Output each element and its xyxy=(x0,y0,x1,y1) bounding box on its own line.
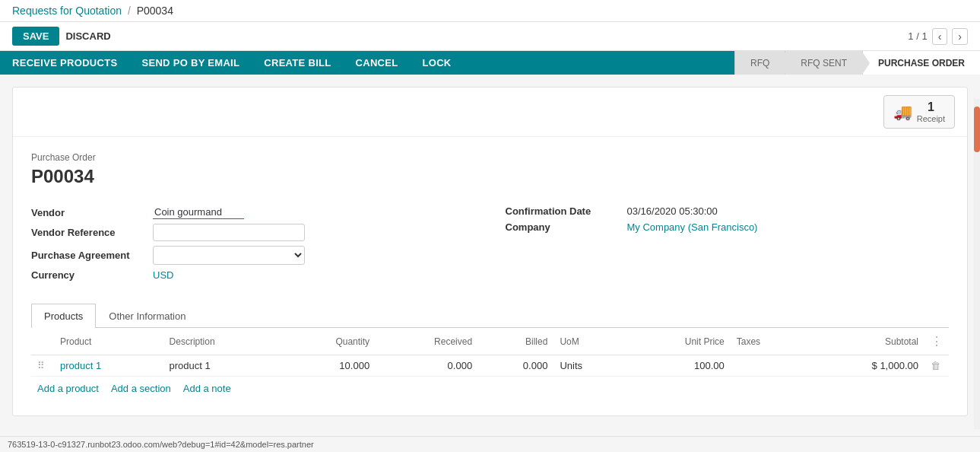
currency-label: Currency xyxy=(31,269,153,281)
breadcrumb: Requests for Quotation / P00034 xyxy=(12,5,173,17)
col-header-unit-price: Unit Price xyxy=(625,328,731,355)
add-note-link[interactable]: Add a note xyxy=(183,383,231,394)
company-label: Company xyxy=(506,221,627,233)
send-po-email-button[interactable]: SEND PO BY EMAIL xyxy=(129,51,252,75)
receipt-button[interactable]: 🚚 1 Receipt xyxy=(883,95,955,129)
vendor-reference-label: Vendor Reference xyxy=(31,227,153,238)
action-bar: SAVE DISCARD 1 / 1 ‹ › xyxy=(0,22,980,51)
purchase-agreement-label: Purchase Agreement xyxy=(31,250,153,261)
received-cell: 0.000 xyxy=(376,355,478,377)
scroll-indicator xyxy=(974,99,980,428)
col-header-quantity: Quantity xyxy=(281,328,376,355)
next-button[interactable]: › xyxy=(952,28,968,45)
status-rfq-sent[interactable]: RFQ SENT xyxy=(785,51,862,75)
confirmation-date-label: Confirmation Date xyxy=(506,205,627,217)
left-col: Vendor Coin gourmand Vendor Reference Pu… xyxy=(31,205,475,285)
col-header-product: Product xyxy=(54,328,163,355)
currency-field-row: Currency USD xyxy=(31,269,475,281)
vendor-reference-field-row: Vendor Reference xyxy=(31,224,475,241)
nav-count: 1 / 1 xyxy=(908,30,927,42)
truck-icon: 🚚 xyxy=(893,103,912,121)
company-field-row: Company My Company (San Francisco) xyxy=(506,221,950,233)
col-header-received: Received xyxy=(376,328,478,355)
breadcrumb-parent[interactable]: Requests for Quotation xyxy=(12,5,122,17)
quantity-cell: 10.000 xyxy=(281,355,376,377)
product-cell[interactable]: product 1 xyxy=(54,355,163,377)
form-card: 🚚 1 Receipt Purchase Order P00034 Vendor… xyxy=(12,87,968,416)
status-purchase-order[interactable]: PURCHASE ORDER xyxy=(862,51,980,75)
add-section-link[interactable]: Add a section xyxy=(111,383,171,394)
right-col: Confirmation Date 03/16/2020 05:30:00 Co… xyxy=(506,205,950,285)
purchase-agreement-field-row: Purchase Agreement xyxy=(31,246,475,265)
col-header-drag xyxy=(31,328,54,355)
vendor-reference-input[interactable] xyxy=(153,224,305,241)
breadcrumb-bar: Requests for Quotation / P00034 xyxy=(0,0,980,22)
product-link[interactable]: product 1 xyxy=(60,360,101,371)
po-label: Purchase Order xyxy=(31,152,949,163)
billed-cell: 0.000 xyxy=(478,355,553,377)
discard-button[interactable]: DISCARD xyxy=(65,30,110,42)
prev-button[interactable]: ‹ xyxy=(932,28,948,45)
col-header-subtotal: Subtotal xyxy=(804,328,924,355)
breadcrumb-separator: / xyxy=(128,5,131,17)
tab-other-information[interactable]: Other Information xyxy=(96,304,198,328)
taxes-cell xyxy=(731,355,804,377)
subtotal-cell: $ 1,000.00 xyxy=(804,355,924,377)
col-header-taxes: Taxes xyxy=(731,328,804,355)
scroll-thumb xyxy=(974,107,980,152)
col-header-billed: Billed xyxy=(478,328,553,355)
create-bill-button[interactable]: CREATE BILL xyxy=(252,51,343,75)
purchase-agreement-select[interactable] xyxy=(153,246,305,265)
confirmation-date-value: 03/16/2020 05:30:00 xyxy=(627,205,718,217)
uom-cell: Units xyxy=(553,355,624,377)
breadcrumb-current: P00034 xyxy=(137,5,173,17)
confirmation-date-field-row: Confirmation Date 03/16/2020 05:30:00 xyxy=(506,205,950,217)
form-grid: Vendor Coin gourmand Vendor Reference Pu… xyxy=(31,205,949,285)
add-product-link[interactable]: Add a product xyxy=(37,383,99,394)
more-icon[interactable]: ⋮ xyxy=(931,335,943,348)
po-number: P00034 xyxy=(31,166,949,187)
form-body: Purchase Order P00034 Vendor Coin gourma… xyxy=(13,137,967,415)
description-cell: product 1 xyxy=(163,355,281,377)
table-row: ⠿ product 1 product 1 10.000 0.000 0.000… xyxy=(31,355,949,377)
receipt-count: 1 xyxy=(917,100,945,114)
products-table: Product Description Quantity Received Bi… xyxy=(31,328,949,377)
tabs-bar: Products Other Information xyxy=(31,304,949,328)
toolbar: RECEIVE PRODUCTS SEND PO BY EMAIL CREATE… xyxy=(0,51,980,75)
lock-button[interactable]: LOCK xyxy=(411,51,464,75)
vendor-value[interactable]: Coin gourmand xyxy=(153,205,244,219)
vendor-field-row: Vendor Coin gourmand xyxy=(31,205,475,219)
table-actions: Add a product Add a section Add a note xyxy=(31,377,949,400)
vendor-label: Vendor xyxy=(31,207,153,218)
status-steps: RFQ RFQ SENT PURCHASE ORDER xyxy=(734,51,980,75)
col-header-description: Description xyxy=(163,328,281,355)
drag-handle-cell: ⠿ xyxy=(31,355,54,377)
navigation-area: 1 / 1 ‹ › xyxy=(908,28,968,45)
receipt-label: Receipt xyxy=(917,114,945,123)
delete-cell[interactable]: 🗑 xyxy=(924,355,949,377)
company-value[interactable]: My Company (San Francisco) xyxy=(627,221,758,233)
currency-value[interactable]: USD xyxy=(153,269,173,281)
tab-products[interactable]: Products xyxy=(31,304,96,328)
save-button[interactable]: SAVE xyxy=(12,27,59,46)
unit-price-cell: 100.00 xyxy=(625,355,731,377)
receipt-area: 🚚 1 Receipt xyxy=(13,88,967,137)
drag-handle-icon[interactable]: ⠿ xyxy=(37,360,45,371)
cancel-button[interactable]: CANCEL xyxy=(344,51,411,75)
receive-products-button[interactable]: RECEIVE PRODUCTS xyxy=(0,51,129,75)
col-header-uom: UoM xyxy=(553,328,624,355)
status-rfq[interactable]: RFQ xyxy=(734,51,785,75)
main-content: 🚚 1 Receipt Purchase Order P00034 Vendor… xyxy=(0,75,980,428)
col-header-more: ⋮ xyxy=(924,328,949,355)
